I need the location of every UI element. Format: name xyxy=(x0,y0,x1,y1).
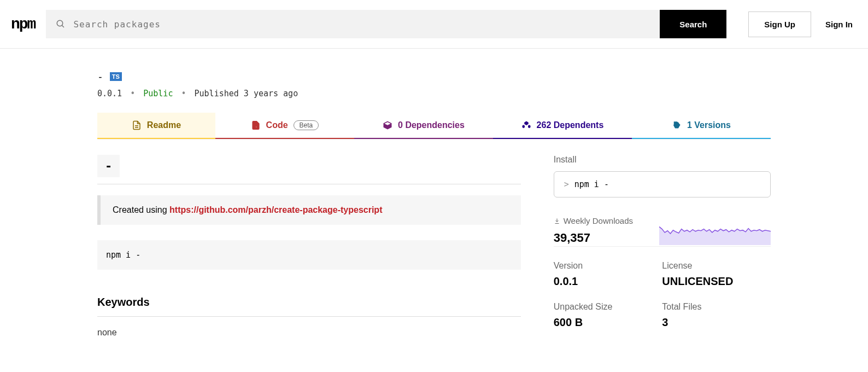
package-published: Published 3 years ago xyxy=(195,89,298,98)
search-icon xyxy=(56,19,66,29)
tab-label: 1 Versions xyxy=(687,120,731,130)
meta-separator: • xyxy=(181,89,186,98)
search-input-wrap xyxy=(46,10,660,38)
meta-label: Unpacked Size xyxy=(554,302,662,312)
sidebar-column: Install > npm i - Weekly Downloads 39,35… xyxy=(554,155,771,338)
meta-separator: • xyxy=(130,89,135,98)
tab-label: Readme xyxy=(147,120,181,130)
content-row: - Created using https://github.com/parzh… xyxy=(97,155,771,338)
keywords-none: none xyxy=(97,328,521,338)
package-title-row: - TS xyxy=(97,71,771,82)
install-prompt: > xyxy=(564,179,569,189)
search-button[interactable]: Search xyxy=(660,10,726,38)
tab-label: 0 Dependencies xyxy=(398,120,465,130)
boxes-icon xyxy=(521,120,531,130)
download-icon xyxy=(554,218,560,224)
meta-label: Version xyxy=(554,261,662,271)
downloads-sparkline xyxy=(659,222,771,245)
tab-code[interactable]: Code Beta xyxy=(215,113,354,139)
code-icon xyxy=(251,120,261,130)
divider xyxy=(97,184,521,184)
package-header: - TS 0.0.1 • Public • Published 3 years … xyxy=(97,71,771,98)
readme-quote: Created using https://github.com/parzh/c… xyxy=(97,195,521,225)
meta-unpacked-size: Unpacked Size 600 B xyxy=(554,302,662,329)
typescript-badge: TS xyxy=(110,72,122,81)
readme-column: - Created using https://github.com/parzh… xyxy=(97,155,521,338)
package-meta: 0.0.1 • Public • Published 3 years ago xyxy=(97,89,771,98)
package-name: - xyxy=(97,71,103,82)
beta-badge: Beta xyxy=(294,120,319,130)
package-visibility: Public xyxy=(143,89,173,98)
tab-dependents[interactable]: 262 Dependents xyxy=(493,113,632,139)
tags-icon xyxy=(672,120,682,130)
downloads-label-text: Weekly Downloads xyxy=(564,216,633,225)
downloads-count: 39,357 xyxy=(554,231,648,245)
install-command-box[interactable]: > npm i - xyxy=(554,171,771,197)
search-form: Search xyxy=(46,10,726,38)
readme-icon xyxy=(132,120,142,130)
tabs: Readme Code Beta 0 Dependencies 262 Depe… xyxy=(97,113,771,140)
signin-link[interactable]: Sign In xyxy=(821,20,857,29)
created-using-link[interactable]: https://github.com/parzh/create-package-… xyxy=(169,205,382,214)
readme-code-block: npm i - xyxy=(97,240,521,270)
downloads-label: Weekly Downloads xyxy=(554,216,648,225)
tab-versions[interactable]: 1 Versions xyxy=(632,113,771,139)
downloads-text: Weekly Downloads 39,357 xyxy=(554,216,648,245)
created-using-text: Created using xyxy=(113,205,169,214)
tab-dependencies[interactable]: 0 Dependencies xyxy=(354,113,493,139)
svg-line-1 xyxy=(62,25,64,27)
install-label: Install xyxy=(554,155,771,165)
main-content: - TS 0.0.1 • Public • Published 3 years … xyxy=(97,49,771,338)
search-input[interactable] xyxy=(73,19,650,30)
meta-value: 3 xyxy=(662,316,771,329)
meta-grid: Version 0.0.1 License UNLICENSED Unpacke… xyxy=(554,261,771,329)
svg-point-0 xyxy=(57,20,63,26)
tab-label: Code xyxy=(266,120,288,130)
install-command: npm i - xyxy=(574,179,609,189)
meta-label: Total Files xyxy=(662,302,771,312)
meta-version: Version 0.0.1 xyxy=(554,261,662,288)
box-icon xyxy=(383,120,392,130)
tab-readme[interactable]: Readme xyxy=(97,113,215,139)
divider xyxy=(97,316,521,317)
meta-value: 600 B xyxy=(554,316,662,329)
meta-label: License xyxy=(662,261,771,271)
keywords-heading: Keywords xyxy=(97,296,521,309)
meta-total-files: Total Files 3 xyxy=(662,302,771,329)
auth-buttons: Sign Up Sign In xyxy=(748,11,857,37)
downloads-row: Weekly Downloads 39,357 xyxy=(554,216,771,247)
signup-button[interactable]: Sign Up xyxy=(748,11,811,37)
npm-logo[interactable]: npm xyxy=(11,16,35,33)
package-version: 0.0.1 xyxy=(97,89,122,98)
readme-title: - xyxy=(97,155,120,177)
meta-value: 0.0.1 xyxy=(554,275,662,288)
meta-license: License UNLICENSED xyxy=(662,261,771,288)
site-header: npm Search Sign Up Sign In xyxy=(0,0,868,49)
tab-label: 262 Dependents xyxy=(537,120,604,130)
meta-value: UNLICENSED xyxy=(662,275,771,288)
